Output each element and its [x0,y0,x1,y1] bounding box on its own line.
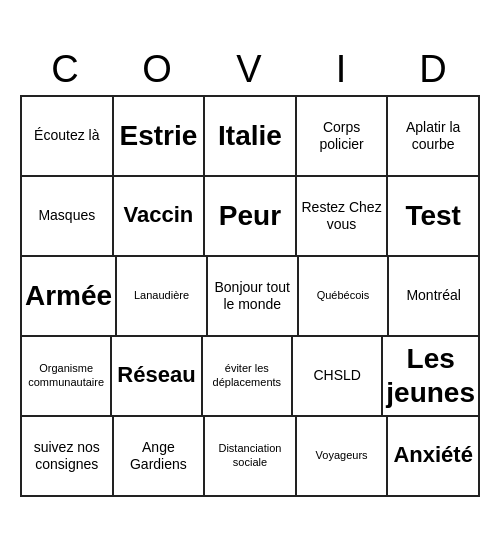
bingo-cell: CHSLD [292,336,382,416]
bingo-cell: Italie [204,96,296,176]
header-letter: V [210,48,290,91]
bingo-cell: Restez Chez vous [296,176,388,256]
cell-text: Restez Chez vous [300,199,384,233]
cell-text: Québécois [317,289,370,302]
bingo-card: COVID Écoutez làEstrieItalieCorps polici… [20,48,480,497]
cell-text: Les jeunes [386,342,475,409]
cell-text: Lanaudière [134,289,189,302]
bingo-cell: Québécois [298,256,389,336]
cell-text: éviter les déplacements [206,362,288,388]
bingo-row: MasquesVaccinPeurRestez Chez vousTest [21,176,479,256]
bingo-cell: Masques [21,176,113,256]
cell-text: Vaccin [124,202,194,228]
header-letter: O [118,48,198,91]
bingo-cell: Écoutez là [21,96,113,176]
cell-text: Anxiété [393,442,472,468]
header-letter: I [302,48,382,91]
bingo-cell: Organisme communautaire [21,336,111,416]
cell-text: Montréal [406,287,460,304]
cell-text: Organisme communautaire [25,362,107,388]
cell-text: Ange Gardiens [117,439,201,473]
cell-text: Test [405,199,461,233]
bingo-cell: Distanciation sociale [204,416,296,496]
cell-text: suivez nos consignes [25,439,109,473]
bingo-row: Organisme communautaireRéseauéviter les … [21,336,479,416]
cell-text: CHSLD [313,367,360,384]
cell-text: Écoutez là [34,127,99,144]
bingo-cell: suivez nos consignes [21,416,113,496]
bingo-row: suivez nos consignesAnge GardiensDistanc… [21,416,479,496]
bingo-cell: Montréal [388,256,479,336]
header-letter: D [394,48,474,91]
bingo-cell: Peur [204,176,296,256]
bingo-row: ArméeLanaudièreBonjour tout le mondeQuéb… [21,256,479,336]
bingo-cell: éviter les déplacements [202,336,292,416]
cell-text: Armée [25,279,112,313]
cell-text: Voyageurs [316,449,368,462]
bingo-cell: Anxiété [387,416,479,496]
cell-text: Corps policier [300,119,384,153]
cell-text: Aplatir la courbe [391,119,475,153]
cell-text: Estrie [119,119,197,153]
bingo-cell: Estrie [113,96,205,176]
cell-text: Bonjour tout le monde [211,279,294,313]
cell-text: Masques [38,207,95,224]
bingo-cell: Lanaudière [116,256,207,336]
bingo-cell: Armée [21,256,116,336]
bingo-row: Écoutez làEstrieItalieCorps policierApla… [21,96,479,176]
bingo-cell: Vaccin [113,176,205,256]
header-letter: C [26,48,106,91]
bingo-grid: Écoutez làEstrieItalieCorps policierApla… [20,95,480,497]
bingo-cell: Les jeunes [382,336,479,416]
cell-text: Italie [218,119,282,153]
bingo-cell: Voyageurs [296,416,388,496]
cell-text: Peur [219,199,281,233]
cell-text: Réseau [117,362,195,388]
bingo-cell: Bonjour tout le monde [207,256,298,336]
bingo-header: COVID [20,48,480,91]
bingo-cell: Aplatir la courbe [387,96,479,176]
bingo-cell: Ange Gardiens [113,416,205,496]
bingo-cell: Corps policier [296,96,388,176]
cell-text: Distanciation sociale [208,442,292,468]
bingo-cell: Test [387,176,479,256]
bingo-cell: Réseau [111,336,201,416]
